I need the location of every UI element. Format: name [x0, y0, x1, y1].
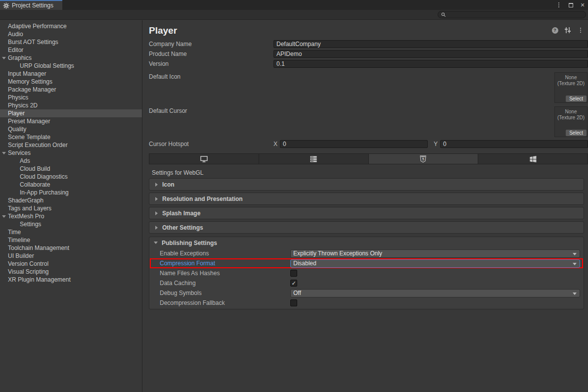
window-menu-icon[interactable] [555, 1, 562, 8]
section-label: Resolution and Presentation [162, 196, 243, 202]
foldout-closed-icon [155, 197, 158, 201]
section-icon[interactable]: Icon [149, 178, 584, 191]
data-caching-row: Data Caching ✓ [150, 278, 583, 288]
section-publishing-settings: Publishing Settings Enable Exceptions Ex… [149, 237, 584, 309]
close-icon[interactable]: × [579, 1, 586, 8]
sidebar-item-label: Version Control [8, 260, 48, 267]
chevron-down-icon [573, 263, 577, 265]
sidebar-item-editor[interactable]: Editor [0, 46, 142, 54]
decompression-fallback-label: Decompression Fallback [160, 299, 290, 306]
publishing-settings-header[interactable]: Publishing Settings [149, 237, 584, 248]
sidebar-item-label: Quality [8, 126, 26, 133]
sidebar-item-scene-template[interactable]: Scene Template [0, 133, 142, 141]
company-name-label: Company Name [149, 41, 273, 48]
sidebar-item-timeline[interactable]: Timeline [0, 236, 142, 244]
default-cursor-select-button[interactable]: Select [566, 130, 587, 136]
tab-dedicated-server[interactable] [259, 154, 369, 164]
sidebar-item-xr-plugin-management[interactable]: XR Plugin Management [0, 276, 142, 284]
panel-menu-icon[interactable] [577, 27, 584, 34]
sidebar-item-ads[interactable]: Ads [0, 157, 142, 165]
debug-symbols-dropdown[interactable]: Off [290, 289, 580, 297]
project-settings-tab[interactable]: Project Settings [0, 0, 62, 10]
presets-icon[interactable] [564, 27, 571, 34]
sidebar-item-preset-manager[interactable]: Preset Manager [0, 117, 142, 125]
settings-category-list: Adaptive Performance Audio Burst AOT Set… [0, 20, 142, 392]
sidebar-item-in-app-purchasing[interactable]: In-App Purchasing [0, 189, 142, 196]
sidebar-item-label: Tags and Layers [8, 205, 51, 212]
tab-windows[interactable] [478, 154, 588, 164]
sidebar-item-adaptive-performance[interactable]: Adaptive Performance [0, 22, 142, 30]
sidebar-item-tags-and-layers[interactable]: Tags and Layers [0, 204, 142, 212]
sidebar-item-visual-scripting[interactable]: Visual Scripting [0, 268, 142, 276]
hotspot-y-field[interactable]: 0 [440, 140, 588, 148]
foldout-open-icon[interactable] [2, 57, 6, 59]
section-label: Other Settings [162, 224, 203, 231]
sidebar-item-input-manager[interactable]: Input Manager [0, 70, 142, 78]
sidebar-item-services[interactable]: Services [0, 149, 142, 157]
hotspot-x-field[interactable]: 0 [280, 140, 428, 148]
sidebar-item-label: Adaptive Performance [8, 23, 67, 30]
debug-symbols-row: Debug Symbols Off [150, 288, 583, 298]
sidebar-item-graphics[interactable]: Graphics [0, 54, 142, 62]
decompression-fallback-checkbox[interactable] [290, 299, 297, 306]
default-icon-select-button[interactable]: Select [566, 96, 587, 102]
texture-none-label: None [555, 109, 587, 115]
sidebar-item-memory-settings[interactable]: Memory Settings [0, 78, 142, 86]
sidebar-item-label: XR Plugin Management [8, 276, 71, 283]
sidebar-item-time[interactable]: Time [0, 228, 142, 236]
foldout-open-icon[interactable] [2, 152, 6, 154]
chevron-down-icon [573, 253, 577, 255]
sidebar-item-burst-aot-settings[interactable]: Burst AOT Settings [0, 38, 142, 46]
sidebar-item-physics-2d[interactable]: Physics 2D [0, 101, 142, 109]
settings-for-platform-label: Settings for WebGL [152, 169, 588, 176]
sidebar-item-cloud-diagnostics[interactable]: Cloud Diagnostics [0, 173, 142, 181]
section-resolution-and-presentation[interactable]: Resolution and Presentation [149, 193, 584, 205]
data-caching-checkbox[interactable]: ✓ [290, 280, 297, 287]
sidebar-item-textmesh-pro[interactable]: TextMesh Pro [0, 212, 142, 220]
sidebar-item-shadergraph[interactable]: ShaderGraph [0, 196, 142, 204]
tab-standalone[interactable] [149, 154, 259, 164]
section-splash-image[interactable]: Splash Image [149, 207, 584, 219]
sidebar-item-script-execution-order[interactable]: Script Execution Order [0, 141, 142, 149]
compression-format-dropdown[interactable]: Disabled [290, 259, 580, 268]
search-input[interactable] [438, 11, 586, 18]
sidebar-item-label: Services [8, 149, 31, 156]
section-label: Icon [162, 181, 175, 188]
sidebar-item-label: UI Builder [8, 252, 34, 259]
maximize-icon[interactable] [567, 1, 574, 8]
sidebar-item-cloud-build[interactable]: Cloud Build [0, 165, 142, 173]
sidebar-item-textmesh-pro-settings[interactable]: Settings [0, 220, 142, 228]
settings-toolbar [0, 10, 588, 20]
section-label: Splash Image [162, 210, 200, 217]
version-label: Version [149, 60, 273, 67]
default-icon-texture-slot[interactable]: None (Texture 2D) Select [554, 72, 588, 103]
company-name-field[interactable]: DefaultCompany [273, 40, 588, 48]
version-field[interactable]: 0.1 [273, 60, 588, 68]
sidebar-item-label: URP Global Settings [20, 62, 74, 69]
sidebar-item-label: Editor [8, 47, 23, 53]
foldout-open-icon[interactable] [2, 215, 6, 218]
dropdown-value: Off [293, 290, 301, 296]
sidebar-item-urp-global-settings[interactable]: URP Global Settings [0, 62, 142, 70]
product-name-row: Product Name APIDemo [142, 49, 588, 59]
default-cursor-texture-slot[interactable]: None (Texture 2D) Select [554, 106, 588, 137]
section-label: Publishing Settings [162, 240, 217, 246]
sidebar-item-label: Memory Settings [8, 78, 52, 85]
product-name-field[interactable]: APIDemo [273, 50, 588, 58]
gear-icon [3, 2, 9, 9]
sidebar-item-label: TextMesh Pro [8, 213, 44, 220]
sidebar-item-ui-builder[interactable]: UI Builder [0, 252, 142, 260]
sidebar-item-audio[interactable]: Audio [0, 30, 142, 38]
help-icon[interactable]: ? [551, 27, 558, 34]
sidebar-item-package-manager[interactable]: Package Manager [0, 86, 142, 94]
name-files-as-hashes-checkbox[interactable] [290, 270, 297, 277]
sidebar-item-collaborate[interactable]: Collaborate [0, 181, 142, 189]
sidebar-item-version-control[interactable]: Version Control [0, 260, 142, 268]
sidebar-item-toolchain-management[interactable]: Toolchain Management [0, 244, 142, 252]
enable-exceptions-dropdown[interactable]: Explicitly Thrown Exceptions Only [290, 249, 580, 258]
tab-webgl[interactable]: 5 [369, 154, 479, 164]
section-other-settings[interactable]: Other Settings [149, 221, 584, 234]
sidebar-item-physics[interactable]: Physics [0, 94, 142, 101]
sidebar-item-player[interactable]: Player [0, 109, 142, 117]
sidebar-item-quality[interactable]: Quality [0, 125, 142, 133]
